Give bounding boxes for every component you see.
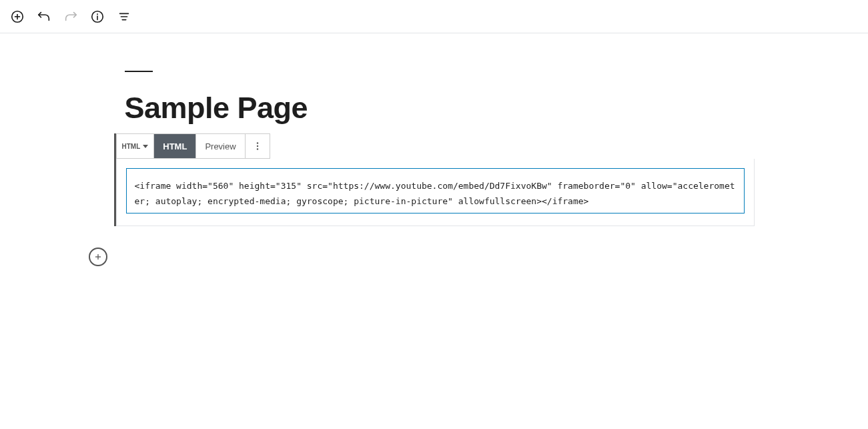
block-type-dropdown[interactable]: HTML	[117, 134, 154, 158]
block-content	[116, 159, 755, 226]
redo-button[interactable]	[59, 5, 83, 29]
page-title[interactable]: Sample Page	[125, 91, 755, 125]
undo-button[interactable]	[32, 5, 56, 29]
plus-icon	[93, 252, 103, 262]
title-decoration	[125, 71, 153, 72]
undo-icon	[37, 9, 51, 24]
content-info-button[interactable]	[85, 5, 109, 29]
editor-top-toolbar	[0, 0, 868, 33]
content-column: Sample Page HTML HTML Preview	[114, 71, 755, 268]
chevron-down-icon	[143, 145, 148, 148]
redo-icon	[63, 9, 78, 24]
add-block-inserter[interactable]	[89, 248, 107, 266]
svg-point-11	[256, 148, 258, 149]
title-wrap: Sample Page	[114, 71, 755, 125]
add-block-button[interactable]	[5, 5, 29, 29]
svg-point-10	[256, 145, 258, 147]
tab-html[interactable]: HTML	[154, 134, 195, 158]
tab-preview[interactable]: Preview	[196, 134, 244, 158]
outline-icon	[117, 9, 131, 24]
plus-circle-icon	[10, 9, 25, 24]
block-more-options[interactable]	[246, 134, 270, 158]
block-type-label: HTML	[122, 143, 141, 150]
more-vertical-icon	[252, 140, 264, 152]
html-block: HTML HTML Preview	[114, 133, 755, 226]
svg-point-4	[97, 13, 98, 15]
block-toolbar: HTML HTML Preview	[116, 133, 270, 159]
svg-point-9	[256, 142, 258, 143]
inserter-row	[114, 248, 755, 268]
info-icon	[90, 9, 105, 24]
html-code-textarea[interactable]	[126, 168, 745, 213]
editor-canvas: Sample Page HTML HTML Preview	[0, 33, 868, 268]
block-navigation-button[interactable]	[112, 5, 136, 29]
